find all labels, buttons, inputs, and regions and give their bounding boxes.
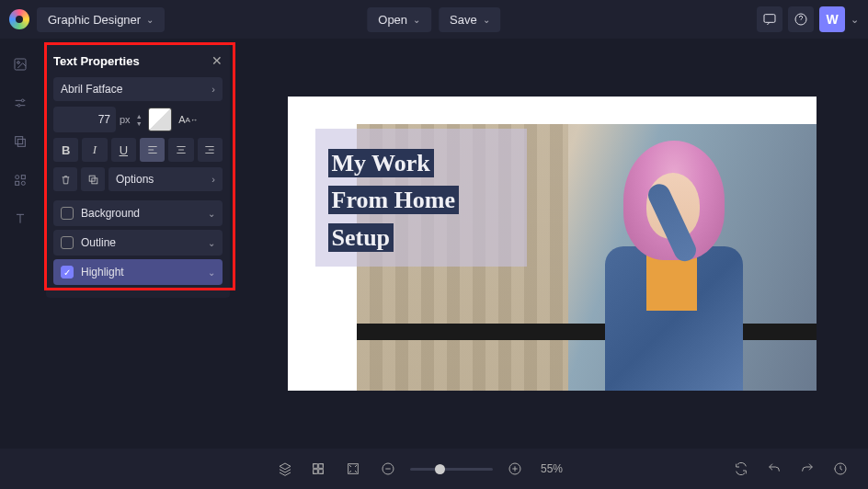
- zoom-out-button[interactable]: [375, 456, 401, 482]
- text-line-3: Setup: [328, 223, 394, 252]
- svg-rect-7: [17, 139, 25, 146]
- highlight-toggle[interactable]: ✓ Highlight ⌄: [53, 259, 223, 285]
- text-tool-icon[interactable]: [11, 210, 29, 228]
- align-right-button[interactable]: [198, 138, 223, 162]
- svg-point-3: [17, 62, 20, 64]
- delete-button[interactable]: [53, 167, 77, 191]
- canvas-area[interactable]: My Work From Home Setup: [235, 39, 868, 449]
- app-logo[interactable]: [9, 9, 29, 29]
- checkbox-checked-icon: ✓: [61, 266, 74, 279]
- chevron-right-icon: ›: [211, 174, 215, 185]
- help-icon: [794, 12, 808, 27]
- image-tool-icon[interactable]: [11, 55, 29, 74]
- avatar-menu-chevron[interactable]: ⌄: [851, 14, 859, 26]
- chevron-down-icon: ⌄: [208, 209, 215, 219]
- text-properties-panel: Text Properties ✕ Abril Fatface › px ▲▼ …: [46, 44, 230, 298]
- duplicate-button[interactable]: [81, 167, 105, 191]
- svg-rect-9: [21, 176, 25, 179]
- open-button[interactable]: Open ⌄: [367, 7, 431, 32]
- chevron-down-icon: ⌄: [483, 15, 490, 25]
- background-toggle[interactable]: Background ⌄: [53, 200, 223, 226]
- chevron-down-icon: ⌄: [208, 238, 215, 248]
- chevron-down-icon: ⌄: [208, 267, 215, 278]
- font-size-input[interactable]: [53, 107, 116, 132]
- chevron-down-icon: ⌄: [146, 15, 154, 25]
- layers-button[interactable]: [272, 456, 298, 482]
- user-avatar[interactable]: W: [819, 6, 845, 32]
- fit-button[interactable]: [340, 456, 366, 482]
- zoom-slider[interactable]: [410, 468, 493, 471]
- text-line-2: From Home: [328, 186, 460, 214]
- checkbox-icon: [61, 207, 74, 220]
- redo-button[interactable]: [794, 456, 820, 482]
- bold-button[interactable]: B: [53, 138, 78, 162]
- svg-point-4: [21, 99, 24, 102]
- save-button[interactable]: Save ⌄: [439, 7, 501, 32]
- text-color-swatch[interactable]: [148, 108, 172, 131]
- chat-icon: [762, 12, 777, 27]
- fullscreen-button[interactable]: [305, 456, 331, 482]
- bottom-bar: 55%: [0, 449, 868, 489]
- artboard[interactable]: My Work From Home Setup: [288, 97, 817, 391]
- zoom-value: 55%: [541, 462, 563, 475]
- workspace-dropdown[interactable]: Graphic Designer ⌄: [37, 7, 165, 32]
- help-button[interactable]: [788, 6, 814, 32]
- text-transform-button[interactable]: AA↔: [177, 108, 200, 131]
- underline-button[interactable]: U: [111, 138, 136, 162]
- text-element[interactable]: My Work From Home Setup: [315, 129, 527, 267]
- text-line-1: My Work: [328, 149, 434, 177]
- chevron-right-icon: ›: [211, 84, 215, 95]
- top-bar: Graphic Designer ⌄ Open ⌄ Save ⌄ W ⌄: [0, 0, 868, 39]
- zoom-in-button[interactable]: [502, 456, 528, 482]
- font-family-dropdown[interactable]: Abril Fatface ›: [53, 77, 223, 101]
- align-center-button[interactable]: [168, 138, 193, 162]
- outline-toggle[interactable]: Outline ⌄: [53, 230, 223, 256]
- history-button[interactable]: [828, 456, 853, 482]
- chevron-down-icon: ⌄: [413, 15, 420, 25]
- undo-button[interactable]: [761, 456, 787, 482]
- sync-button[interactable]: [728, 456, 754, 482]
- svg-point-8: [16, 176, 19, 179]
- svg-point-11: [21, 181, 25, 185]
- left-rail: [0, 39, 40, 449]
- workspace-label: Graphic Designer: [48, 13, 141, 27]
- panel-title: Text Properties: [53, 54, 140, 68]
- options-dropdown[interactable]: Options ›: [108, 167, 223, 191]
- elements-tool-icon[interactable]: [11, 171, 29, 189]
- svg-rect-0: [764, 15, 775, 23]
- checkbox-icon: [61, 236, 74, 249]
- close-panel-button[interactable]: ✕: [211, 53, 223, 68]
- adjust-tool-icon[interactable]: [11, 94, 29, 112]
- font-size-unit: px: [120, 114, 131, 125]
- svg-rect-6: [16, 137, 23, 144]
- comments-button[interactable]: [757, 6, 782, 32]
- align-left-button[interactable]: [140, 138, 165, 162]
- svg-point-5: [17, 104, 20, 107]
- font-size-stepper[interactable]: ▲▼: [136, 113, 143, 127]
- italic-button[interactable]: I: [82, 138, 107, 162]
- svg-rect-10: [16, 181, 19, 185]
- layers-tool-icon[interactable]: [11, 132, 29, 151]
